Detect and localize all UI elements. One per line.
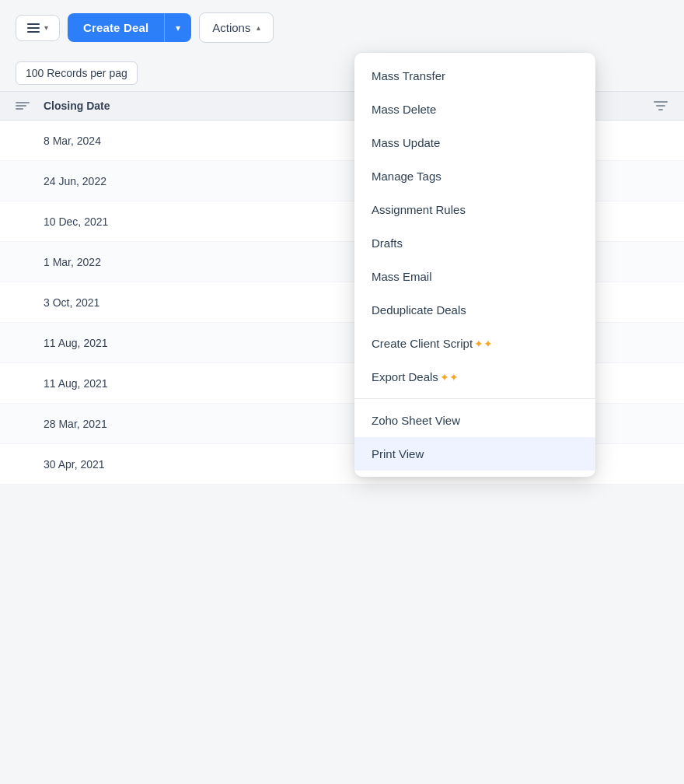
actions-menu-item-mass-email[interactable]: Mass Email (354, 260, 595, 293)
menu-item-label: Drafts (372, 236, 403, 250)
create-deal-dropdown-button[interactable]: ▾ (164, 13, 191, 42)
top-bar: ▾ Create Deal ▾ Actions ▴ (0, 0, 684, 55)
filter-svg (653, 100, 668, 111)
row-date-8: 30 Apr, 2021 (16, 458, 105, 471)
actions-menu-item-assignment-rules[interactable]: Assignment Rules (354, 193, 595, 226)
menu-item-label: Deduplicate Deals (372, 303, 466, 317)
actions-label: Actions (212, 21, 250, 34)
menu-item-label: Mass Email (372, 270, 432, 283)
actions-menu-item-zoho-sheet-view[interactable]: Zoho Sheet View (354, 404, 595, 437)
actions-menu-item-deduplicate-deals[interactable]: Deduplicate Deals (354, 293, 595, 327)
sparkle-icon: ✦✦ (474, 338, 493, 350)
menu-item-label: Mass Delete (372, 103, 436, 116)
row-date-3: 1 Mar, 2022 (16, 256, 101, 268)
actions-menu-item-create-client-script[interactable]: Create Client Script✦✦ (354, 327, 595, 360)
actions-menu-item-mass-delete[interactable]: Mass Delete (354, 93, 595, 126)
list-view-button[interactable]: ▾ (16, 15, 60, 41)
create-deal-group: Create Deal ▾ (68, 13, 191, 42)
sort-icon (16, 102, 34, 110)
row-date-4: 3 Oct, 2021 (16, 296, 99, 309)
row-date-1: 24 Jun, 2022 (16, 175, 106, 187)
actions-menu-item-mass-update[interactable]: Mass Update (354, 126, 595, 159)
menu-item-label: Manage Tags (372, 170, 441, 183)
menu-item-label: Assignment Rules (372, 203, 466, 216)
actions-chevron: ▴ (256, 23, 260, 32)
create-deal-button[interactable]: Create Deal (68, 13, 164, 42)
menu-item-label: Export Deals✦✦ (372, 370, 459, 383)
row-date-6: 11 Aug, 2021 (16, 377, 108, 390)
menu-item-label: Create Client Script✦✦ (372, 337, 493, 350)
records-per-page-selector[interactable]: 100 Records per pag (16, 61, 138, 85)
row-date-2: 10 Dec, 2021 (16, 215, 108, 228)
actions-menu-item-drafts[interactable]: Drafts (354, 226, 595, 260)
records-per-page-label: 100 Records per pag (26, 67, 127, 79)
actions-dropdown: Mass TransferMass DeleteMass UpdateManag… (354, 53, 595, 477)
row-date-0: 8 Mar, 2024 (16, 135, 101, 147)
menu-item-label: Zoho Sheet View (372, 414, 460, 427)
menu-divider (354, 398, 595, 399)
actions-menu-item-print-view[interactable]: Print View (354, 437, 595, 471)
menu-item-label: Mass Update (372, 136, 440, 149)
filter-icon[interactable] (653, 100, 668, 111)
list-view-chevron: ▾ (44, 23, 48, 32)
actions-menu-item-export-deals[interactable]: Export Deals✦✦ (354, 360, 595, 394)
actions-button[interactable]: Actions ▴ (199, 12, 274, 43)
actions-menu-item-manage-tags[interactable]: Manage Tags (354, 159, 595, 193)
row-date-5: 11 Aug, 2021 (16, 337, 108, 349)
menu-item-label: Mass Transfer (372, 69, 445, 82)
actions-menu-item-mass-transfer[interactable]: Mass Transfer (354, 59, 595, 93)
menu-item-label: Print View (372, 447, 424, 460)
row-date-7: 28 Mar, 2021 (16, 418, 107, 430)
list-icon (27, 23, 40, 33)
sparkle-icon: ✦✦ (440, 371, 459, 383)
